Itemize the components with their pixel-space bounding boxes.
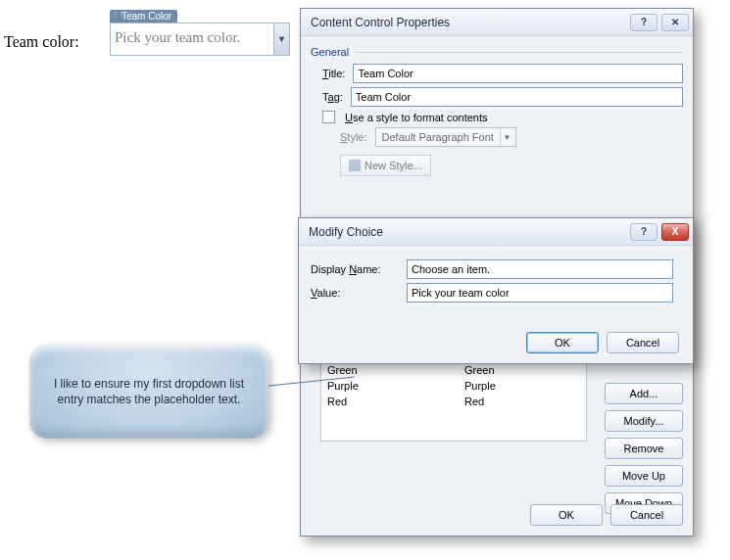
new-style-icon [349, 160, 361, 171]
modify-choice-dialog: Modify Choice ? X Display Name: Value: O… [298, 217, 694, 364]
tag-input[interactable] [351, 87, 683, 107]
list-item[interactable]: RedRed [321, 394, 586, 409]
modify-button[interactable]: Modify... [605, 410, 683, 432]
value-label: Value: [311, 287, 399, 299]
chevron-down-icon: ▼ [500, 128, 513, 146]
content-control-dropdown[interactable]: Pick your team color. ▼ [110, 23, 290, 56]
cancel-button[interactable]: Cancel [607, 332, 679, 353]
title-input[interactable] [353, 64, 683, 83]
dialog-titlebar[interactable]: Content Control Properties ? ✕ [301, 9, 693, 36]
add-button[interactable]: Add... [605, 383, 683, 404]
chevron-down-icon[interactable]: ▼ [273, 23, 289, 55]
help-callout: I like to ensure my first dropdown list … [29, 345, 268, 439]
ok-button[interactable]: OK [526, 332, 599, 353]
use-style-label: Use a style to format contents [345, 112, 488, 123]
content-control: Team Color Pick your team color. ▼ [110, 10, 290, 56]
help-button[interactable]: ? [630, 14, 657, 31]
content-control-placeholder: Pick your team color. [111, 23, 273, 55]
display-name-input[interactable] [407, 259, 673, 279]
close-button[interactable]: ✕ [661, 14, 689, 31]
dialog-title: Modify Choice [309, 225, 383, 239]
title-label: Title: [322, 68, 345, 79]
move-up-button[interactable]: Move Up [605, 465, 683, 487]
help-button[interactable]: ? [630, 223, 657, 241]
close-button[interactable]: X [661, 223, 689, 241]
ok-button[interactable]: OK [530, 504, 603, 526]
dialog-title: Content Control Properties [311, 16, 450, 29]
style-combobox: Default Paragraph Font ▼ [375, 127, 516, 147]
style-label: Style: [340, 131, 367, 143]
tag-label: Tag: [322, 91, 343, 103]
new-style-button: New Style... [340, 155, 431, 176]
use-style-checkbox[interactable] [322, 111, 335, 123]
cancel-button[interactable]: Cancel [610, 504, 683, 526]
content-control-tab[interactable]: Team Color [110, 10, 177, 23]
general-group-label: General [311, 46, 683, 58]
dialog-titlebar[interactable]: Modify Choice ? X [299, 218, 693, 246]
list-item[interactable]: PurplePurple [321, 378, 586, 394]
value-input[interactable] [407, 283, 673, 303]
display-name-label: Display Name: [311, 263, 399, 275]
document-field-label: Team color: [4, 33, 79, 51]
remove-button[interactable]: Remove [605, 438, 683, 459]
list-item[interactable]: GreenGreen [321, 362, 586, 378]
